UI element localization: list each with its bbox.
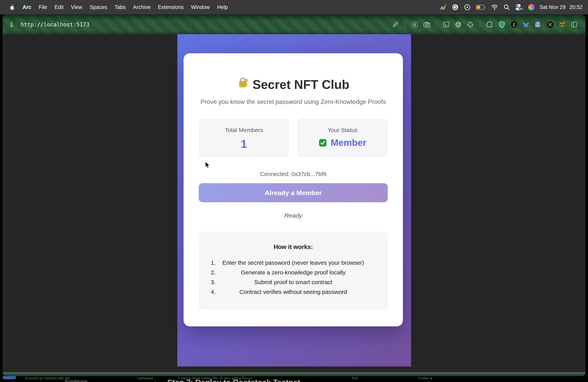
menu-archive[interactable]: Archive [133, 4, 150, 10]
network-globe-icon[interactable] [454, 21, 462, 29]
how-it-works-heading: How it works: [199, 244, 388, 250]
apple-icon[interactable] [9, 3, 15, 11]
list-item: 2.Generate a zero-knowledge proof locall… [199, 268, 388, 277]
status-ready-text: Ready [184, 212, 403, 219]
url-bar[interactable]: i http://localhost:5173 [10, 21, 89, 28]
page-title-text: Secret NFT Club [252, 77, 349, 92]
url-text[interactable]: http://localhost:5173 [21, 21, 89, 28]
battery-icon[interactable] [476, 3, 486, 11]
connected-wallet-text: Connected: 0x37cb...7bf9 [184, 171, 403, 177]
bluesky-extension-icon[interactable] [522, 21, 530, 29]
background-note-text: zk proofs on rootstock with noir [25, 377, 70, 380]
page-subtitle: Prove you know the secret password using… [184, 98, 403, 105]
control-center-icon[interactable] [515, 3, 523, 11]
privacy-shield-extension-icon[interactable] [498, 21, 506, 29]
metamask-extension-icon[interactable] [558, 21, 566, 29]
menu-spaces[interactable]: Spaces [90, 4, 107, 10]
background-launchpad-text: Launchpad [137, 377, 153, 380]
svg-text:L: L [513, 22, 515, 27]
page-title: Secret NFT Club [184, 77, 403, 93]
browser-window: i http://localhost:5173 [3, 15, 585, 376]
background-profiler-tab[interactable]: Profiler [419, 377, 432, 380]
menu-window[interactable]: Window [191, 4, 210, 10]
background-percent-text: 94% [352, 377, 358, 380]
menu-edit[interactable]: Edit [55, 4, 64, 10]
list-item: 4.Contract verifies without seeing passw… [199, 287, 388, 297]
toolbar-divider [480, 21, 480, 28]
loom-extension-icon[interactable]: L [510, 21, 518, 29]
background-doc-heading: Step 7: Deploy to Rootstock Testnet [167, 378, 300, 382]
list-item: 3.Submit proof to smart contract [199, 277, 388, 287]
phantom-wallet-extension-icon[interactable] [534, 21, 542, 29]
menu-file[interactable]: File [39, 4, 47, 10]
menu-clock[interactable]: Sat Nov 29 20:52 [540, 4, 583, 10]
stocks-chart-icon[interactable] [439, 3, 447, 11]
checkmark-emoji-icon [318, 138, 327, 147]
menu-extensions[interactable]: Extensions [158, 4, 184, 10]
menu-time: 20:52 [569, 4, 583, 10]
toolbar-divider [405, 21, 405, 28]
total-members-value: 1 [199, 137, 289, 150]
divider [155, 379, 155, 382]
stats-row: Total Members 1 Your Status Member [199, 118, 388, 158]
screen-record-icon[interactable] [464, 3, 471, 11]
element-picker-icon[interactable] [466, 21, 474, 29]
menu-view[interactable]: View [71, 4, 82, 10]
chevron-down-icon [430, 378, 432, 379]
wifi-icon[interactable] [491, 3, 498, 11]
menu-tabs[interactable]: Tabs [115, 4, 126, 10]
window-bottom-edge [3, 372, 585, 376]
screen: Arc File Edit View Spaces Tabs Archive E… [0, 0, 588, 382]
toolbar-divider [436, 21, 437, 28]
menu-date: Sat Nov 29 [540, 4, 566, 10]
divider [41, 379, 41, 382]
symbiosis-tab[interactable]: Symbiosis [64, 379, 87, 382]
browser-viewport: Secret NFT Club Prove you know the secre… [3, 34, 585, 372]
macos-menu-bar: Arc File Edit View Spaces Tabs Archive E… [0, 0, 588, 14]
zk-app-page: Secret NFT Club Prove you know the secre… [177, 34, 411, 366]
already-a-member-button[interactable]: Already a Member [199, 183, 388, 202]
secret-nft-club-card: Secret NFT Club Prove you know the secre… [184, 53, 403, 326]
lock-emoji-icon [237, 77, 249, 93]
browser-toolbar: i http://localhost:5173 [3, 15, 585, 34]
background-blue-tab[interactable] [3, 376, 16, 379]
background-window-strip: zk proofs on rootstock with noir Launchp… [0, 376, 588, 382]
total-members-stat: Total Members 1 [199, 118, 289, 158]
menu-app-name[interactable]: Arc [22, 4, 31, 10]
copy-link-icon[interactable] [391, 21, 399, 29]
screenshot-camera-icon[interactable] [423, 21, 431, 29]
grammarly-icon[interactable] [452, 3, 459, 11]
list-item: 1.Enter the secret password (never leave… [199, 258, 388, 268]
how-it-works-list: 1.Enter the secret password (never leave… [199, 258, 388, 297]
how-it-works-box: How it works: 1.Enter the secret passwor… [199, 232, 388, 310]
member-status-text: Member [331, 137, 366, 148]
x-extension-icon[interactable] [546, 21, 554, 29]
capture-image-icon[interactable] [411, 21, 419, 29]
stat-label: Your Status [297, 127, 388, 133]
your-status-stat: Your Status Member [297, 118, 388, 158]
your-status-value: Member [297, 137, 388, 148]
menu-help[interactable]: Help [217, 4, 228, 10]
stat-label: Total Members [199, 127, 289, 133]
split-view-icon[interactable] [570, 21, 578, 29]
devtools-terminal-icon[interactable] [442, 21, 450, 29]
extensions-puzzle-icon[interactable] [486, 21, 494, 29]
site-info-icon[interactable]: i [10, 21, 17, 28]
spotlight-search-icon[interactable] [504, 3, 510, 11]
siri-icon[interactable] [528, 4, 535, 10]
